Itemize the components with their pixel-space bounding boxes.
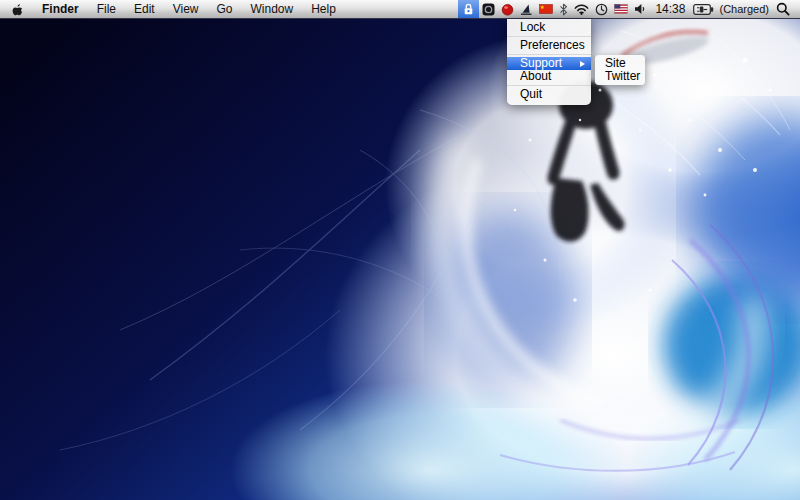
submenu-item-twitter[interactable]: Twitter	[595, 70, 645, 83]
china-flag-menu-icon[interactable]	[536, 0, 556, 18]
battery-icon[interactable]	[690, 0, 717, 18]
menubar-item-help[interactable]: Help	[302, 0, 345, 18]
menubar-app-finder[interactable]: Finder	[33, 0, 88, 18]
menu-item-lock[interactable]: Lock	[507, 21, 591, 34]
apple-menu[interactable]	[0, 2, 33, 16]
menu-separator	[507, 85, 591, 86]
menu-separator	[507, 36, 591, 37]
menubar-item-file[interactable]: File	[88, 0, 125, 18]
menu-extras: 14:38 (Charged)	[458, 0, 800, 18]
bluetooth-icon[interactable]	[556, 0, 571, 18]
red-orb-menu-icon[interactable]	[498, 0, 517, 18]
sailboat-menu-icon[interactable]	[517, 0, 536, 18]
desktop: Finder File Edit View Go Window Help	[0, 0, 800, 500]
menu-item-preferences[interactable]: Preferences	[507, 39, 591, 52]
battery-status-label[interactable]: (Charged)	[717, 3, 773, 15]
apple-logo-icon	[11, 2, 24, 16]
clock-time[interactable]: 14:38	[649, 2, 690, 16]
submenu-arrow-icon	[580, 61, 585, 67]
menu-bar: Finder File Edit View Go Window Help	[0, 0, 800, 19]
desktop-wallpaper	[0, 0, 800, 500]
menubar-item-go[interactable]: Go	[208, 0, 242, 18]
lock-menu-extra-icon[interactable]	[458, 0, 479, 18]
spotlight-search-icon[interactable]	[773, 0, 793, 18]
dark-app-menu-icon[interactable]	[479, 0, 498, 18]
menu-item-about[interactable]: About	[507, 70, 591, 83]
menu-separator	[507, 54, 591, 55]
menubar-item-window[interactable]: Window	[242, 0, 303, 18]
menubar-item-view[interactable]: View	[164, 0, 208, 18]
wifi-icon[interactable]	[571, 0, 592, 18]
lock-extra-menu: Lock Preferences Support About Quit	[507, 19, 591, 105]
menu-item-quit[interactable]: Quit	[507, 88, 591, 101]
support-submenu: Site Twitter	[595, 55, 645, 85]
menubar-item-edit[interactable]: Edit	[125, 0, 164, 18]
us-flag-menu-icon[interactable]	[611, 0, 631, 18]
volume-icon[interactable]	[631, 0, 649, 18]
clock-menu-icon[interactable]	[592, 0, 611, 18]
